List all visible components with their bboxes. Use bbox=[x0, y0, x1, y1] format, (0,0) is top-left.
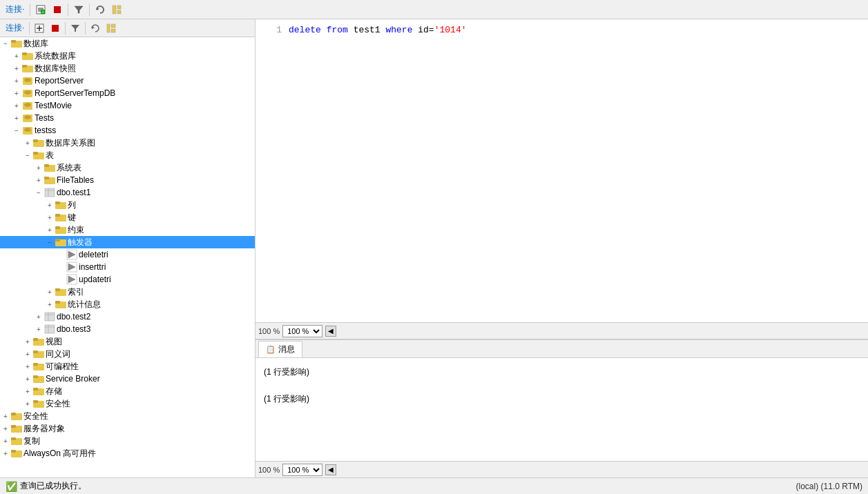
expand-indexes[interactable] bbox=[44, 286, 55, 297]
expand-columns[interactable] bbox=[44, 199, 55, 210]
expand-synonyms[interactable] bbox=[22, 348, 33, 359]
tree-item-indexes[interactable]: 索引 bbox=[0, 286, 255, 298]
tree-item-statistics[interactable]: 统计信息 bbox=[0, 298, 255, 310]
tree-item-testss[interactable]: testss bbox=[0, 124, 255, 137]
folder-icon-statistics bbox=[55, 299, 66, 309]
tab-message-icon: 📋 bbox=[266, 345, 276, 354]
expand-reportserver[interactable] bbox=[11, 75, 22, 86]
expand-sys-tables[interactable] bbox=[33, 162, 44, 173]
expand-server-objects[interactable] bbox=[0, 423, 11, 434]
results-scroll-left-btn[interactable]: ◀ bbox=[325, 464, 336, 475]
expand-system-dbs[interactable] bbox=[11, 50, 22, 61]
tree-item-synonyms[interactable]: 同义词 bbox=[0, 348, 255, 360]
explorer-refresh-button[interactable] bbox=[88, 21, 103, 36]
tree-item-databases[interactable]: 数据库 bbox=[0, 37, 255, 50]
connect-button[interactable]: 连接· bbox=[3, 2, 27, 17]
expand-db-snapshots[interactable] bbox=[11, 63, 22, 74]
expand-security-inner[interactable] bbox=[22, 398, 33, 409]
expand-alwayson[interactable] bbox=[0, 448, 11, 459]
expand-views[interactable] bbox=[22, 336, 33, 347]
folder-icon-reportservertempdb bbox=[22, 88, 33, 98]
tree-item-deletetri[interactable]: deletetri bbox=[0, 248, 255, 261]
tree-item-inserttri[interactable]: inserttri bbox=[0, 261, 255, 273]
expand-filetables[interactable] bbox=[33, 175, 44, 186]
expand-tests[interactable] bbox=[11, 112, 22, 124]
tree-item-dbo-test2[interactable]: dbo.test2 bbox=[0, 310, 255, 323]
expand-programmability[interactable] bbox=[22, 361, 33, 372]
expand-reportservertempdb[interactable] bbox=[11, 88, 22, 99]
tree-item-keys[interactable]: 键 bbox=[0, 211, 255, 224]
tree-item-reportservertempdb[interactable]: ReportServerTempDB bbox=[0, 87, 255, 99]
tab-messages[interactable]: 📋 消息 bbox=[258, 341, 302, 357]
folder-icon-db-snapshots bbox=[22, 63, 33, 73]
expand-testmovie[interactable] bbox=[11, 100, 22, 111]
tree-item-triggers[interactable]: 触发器 bbox=[0, 236, 255, 248]
expand-db-diagram[interactable] bbox=[22, 137, 33, 148]
expand-security-top[interactable] bbox=[0, 411, 11, 422]
explorer-collapse-button[interactable] bbox=[104, 21, 119, 36]
folder-icon-system-dbs bbox=[22, 51, 33, 61]
tree-item-testmovie[interactable]: TestMovie bbox=[0, 99, 255, 112]
sep2 bbox=[68, 3, 68, 16]
tree-item-tables[interactable]: 表 bbox=[0, 149, 255, 161]
tree-item-filetables[interactable]: FileTables bbox=[0, 174, 255, 186]
expand-keys[interactable] bbox=[44, 212, 55, 223]
refresh-button[interactable] bbox=[93, 2, 108, 17]
collapse-button[interactable] bbox=[109, 2, 124, 17]
explorer-stop-button[interactable] bbox=[48, 21, 63, 36]
tree-item-db-diagram[interactable]: 数据库关系图 bbox=[0, 137, 255, 149]
results-zoom-select[interactable]: 100 % bbox=[282, 464, 322, 476]
tree-item-security-inner[interactable]: 安全性 bbox=[0, 397, 255, 410]
tree-item-programmability[interactable]: 可编程性 bbox=[0, 360, 255, 373]
expand-statistics[interactable] bbox=[44, 299, 55, 310]
expand-dbo-test2[interactable] bbox=[33, 311, 44, 322]
expand-testss[interactable] bbox=[11, 125, 22, 136]
tree-item-updatetri[interactable]: updatetri bbox=[0, 273, 255, 286]
tree-item-security-top[interactable]: 安全性 bbox=[0, 410, 255, 422]
zoom-select[interactable]: 100 % bbox=[282, 325, 322, 337]
expand-dbo-test1[interactable] bbox=[33, 187, 44, 198]
svg-rect-74 bbox=[33, 338, 38, 341]
line-number-1: 1 bbox=[261, 25, 282, 35]
tree-item-sys-tables[interactable]: 系统表 bbox=[0, 161, 255, 174]
tree-item-columns[interactable]: 列 bbox=[0, 199, 255, 211]
tree-item-dbo-test1[interactable]: dbo.test1 bbox=[0, 186, 255, 199]
expand-service-broker[interactable] bbox=[22, 373, 33, 384]
tree-item-dbo-test3[interactable]: dbo.test3 bbox=[0, 323, 255, 335]
tree-view[interactable]: 数据库 系统数据库 数据库快照 bbox=[0, 37, 255, 477]
svg-rect-18 bbox=[107, 24, 110, 32]
explorer-connect-button[interactable]: 连接· bbox=[3, 21, 27, 35]
tree-item-alwayson[interactable]: AlwaysOn 高可用件 bbox=[0, 447, 255, 460]
sql-value: '1014' bbox=[434, 25, 467, 35]
expand-dbo-test3[interactable] bbox=[33, 324, 44, 335]
folder-icon-storage bbox=[33, 386, 44, 396]
explorer-filter-button[interactable] bbox=[68, 21, 83, 36]
tree-item-storage[interactable]: 存储 bbox=[0, 385, 255, 397]
label-statistics: 统计信息 bbox=[68, 299, 101, 310]
tree-item-service-broker[interactable]: Service Broker bbox=[0, 373, 255, 385]
sql-delete: delete bbox=[289, 25, 321, 35]
expand-triggers[interactable] bbox=[44, 237, 55, 248]
expand-tables[interactable] bbox=[22, 150, 33, 161]
tree-item-reportserver[interactable]: ReportServer bbox=[0, 75, 255, 87]
filter-button[interactable] bbox=[71, 2, 86, 17]
label-synonyms: 同义词 bbox=[46, 348, 70, 360]
stop-button[interactable] bbox=[50, 2, 65, 17]
tree-item-views[interactable]: 视图 bbox=[0, 335, 255, 348]
tree-item-server-objects[interactable]: 服务器对象 bbox=[0, 422, 255, 435]
tree-item-tests[interactable]: Tests bbox=[0, 112, 255, 124]
expand-constraints[interactable] bbox=[44, 224, 55, 235]
expand-replication[interactable] bbox=[0, 435, 11, 446]
explorer-new-button[interactable] bbox=[32, 21, 47, 36]
tree-item-replication[interactable]: 复制 bbox=[0, 435, 255, 447]
expand-databases[interactable] bbox=[0, 38, 11, 49]
svg-marker-17 bbox=[92, 26, 95, 29]
expand-storage[interactable] bbox=[22, 386, 33, 397]
tree-item-constraints[interactable]: 约束 bbox=[0, 224, 255, 236]
tree-item-system-dbs[interactable]: 系统数据库 bbox=[0, 50, 255, 62]
query-editor[interactable]: 1delete from test1 where id='1014' bbox=[255, 19, 868, 323]
tree-item-db-snapshots[interactable]: 数据库快照 bbox=[0, 62, 255, 75]
new-query-button[interactable]: + bbox=[33, 2, 48, 17]
label-sys-tables: 系统表 bbox=[57, 162, 81, 174]
scroll-left-btn[interactable]: ◀ bbox=[325, 326, 336, 337]
